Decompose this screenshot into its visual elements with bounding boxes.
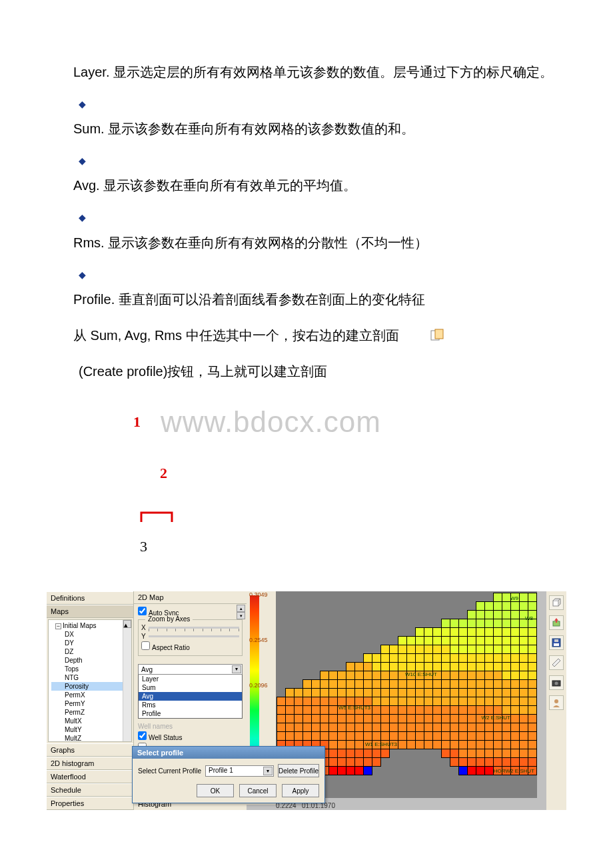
svg-rect-1: [435, 329, 443, 339]
svg-rect-5: [554, 643, 559, 646]
paragraph-create-1: 从 Sum, Avg, Rms 中任选其中一个，按右边的建立剖面: [47, 323, 566, 347]
paragraph-rms: Rms. 显示该参数在垂向所有有效网格的分散性（不均一性）: [47, 231, 566, 255]
tree-item[interactable]: DX: [51, 630, 131, 639]
ok-button[interactable]: OK: [197, 784, 234, 797]
zoom-by-axes-group: Zoom by Axes X Y Aspect Ratio: [138, 619, 243, 656]
chevron-down-icon[interactable]: ▾: [263, 767, 273, 775]
sidebar-section-2d-histogram[interactable]: 2D histogram: [47, 757, 133, 770]
tree-parent-label: Initial Maps: [63, 622, 97, 629]
export-icon[interactable]: [549, 615, 564, 630]
zoom-x-slider[interactable]: [149, 627, 239, 629]
map-tree[interactable]: −Initial Maps DXDYDZDepthTopsNTGPorosity…: [48, 619, 132, 742]
document-body: Layer. 显示选定层的所有有效网格单元该参数的数值。层号通过下方的标尺确定。…: [0, 0, 613, 591]
scroll-up-icon[interactable]: ▴: [123, 620, 131, 628]
profile-dropdown[interactable]: Profile 1 ▾: [205, 765, 274, 777]
tree-item[interactable]: PermX: [51, 691, 131, 699]
tree-item[interactable]: PermZ: [51, 708, 131, 717]
legend-value-max: 0.3049: [249, 591, 268, 598]
tree-item[interactable]: MultX: [51, 717, 131, 725]
red-bracket-icon: [140, 507, 566, 531]
tree-item[interactable]: DY: [51, 639, 131, 647]
sidebar-section-definitions[interactable]: Definitions: [47, 591, 133, 605]
zoom-y-slider[interactable]: [149, 635, 239, 637]
watermark-row: 1 www.bdocx.com: [47, 395, 566, 448]
dropdown-item[interactable]: Rms: [139, 701, 242, 709]
tree-item[interactable]: MultZ: [51, 734, 131, 742]
well-label: W8: [525, 615, 533, 621]
bullet-icon: ◆: [79, 96, 566, 113]
step-number-2: 2: [160, 460, 566, 487]
sidebar-section-schedule[interactable]: Schedule: [47, 783, 133, 797]
chevron-up-icon[interactable]: ▴: [237, 605, 245, 612]
paragraph-avg: Avg. 显示该参数在垂向所有有效单元的平均值。: [47, 173, 566, 197]
paragraph-sum: Sum. 显示该参数在垂向所有有效网格的该参数数值的和。: [47, 117, 566, 141]
sidebar-section-waterflood[interactable]: Waterflood: [47, 770, 133, 783]
bullet-icon: ◆: [79, 267, 566, 283]
well-label: W2 E:SHUT: [481, 715, 510, 721]
tree-item[interactable]: NTG: [51, 673, 131, 682]
dropdown-value: Avg: [141, 666, 153, 673]
well-label: W1 E:SHUT3: [365, 741, 397, 747]
checkbox-aspect-ratio[interactable]: Aspect Ratio: [141, 644, 190, 651]
left-sidebar: Definitions Maps −Initial Maps DXDYDZDep…: [47, 591, 133, 810]
dropdown-item[interactable]: Layer: [139, 675, 242, 683]
zoom-y-label: Y: [141, 633, 146, 640]
apply-button[interactable]: Apply: [282, 784, 319, 797]
select-profile-dialog: Select profile Select Current Profile Pr…: [132, 746, 325, 803]
paragraph-profile: Profile. 垂直剖面可以沿着剖面线看参数在剖面上的变化特征: [47, 287, 566, 311]
camera-icon[interactable]: [549, 675, 564, 690]
ruler-icon[interactable]: [549, 655, 564, 670]
tree-item[interactable]: Tops: [51, 665, 131, 673]
sidebar-section-properties[interactable]: Properties: [47, 797, 133, 810]
aspect-label: Aspect Ratio: [152, 644, 190, 651]
layer-mode-dropdown[interactable]: Avg ▾: [138, 664, 243, 675]
cancel-button[interactable]: Cancel: [239, 784, 277, 797]
well-label: W9: [510, 595, 518, 601]
cube-icon[interactable]: [549, 595, 564, 610]
tree-item[interactable]: MultY: [51, 725, 131, 734]
dropdown-item[interactable]: Profile: [139, 709, 242, 718]
sidebar-section-graphs[interactable]: Graphs: [47, 743, 133, 757]
paragraph-layer: Layer. 显示选定层的所有有效网格单元该参数的数值。层号通过下方的标尺确定。: [47, 60, 566, 84]
create-text-a: 从 Sum, Avg, Rms 中任选其中一个，按右边的建立剖面: [73, 328, 399, 343]
dropdown-item[interactable]: Avg: [139, 692, 242, 701]
profile-value: Profile 1: [209, 767, 233, 774]
delete-profile-button[interactable]: Delete Profile: [278, 764, 319, 777]
paragraph-create-2: (Create profile)按钮，马上就可以建立剖面: [47, 359, 566, 383]
svg-point-9: [554, 699, 558, 703]
tree-item[interactable]: DZ: [51, 647, 131, 656]
tree-scrollbar[interactable]: ▴: [123, 620, 131, 741]
bullet-icon: ◆: [79, 209, 566, 226]
legend-value-2: 0.2096: [249, 682, 268, 689]
svg-rect-6: [554, 639, 558, 642]
well-status-label: Well Status: [149, 734, 182, 741]
tree-parent-initial-maps[interactable]: −Initial Maps: [51, 621, 131, 630]
svg-point-8: [555, 682, 558, 685]
sync-stepper[interactable]: ▴ ▾: [237, 605, 245, 619]
chevron-down-icon[interactable]: ▾: [232, 665, 241, 673]
watermark-text: www.bdocx.com: [161, 395, 381, 448]
app-screenshot: Definitions Maps −Initial Maps DXDYDZDep…: [47, 591, 566, 810]
save-icon[interactable]: [549, 635, 564, 650]
well-label: HORW2 E:SHUT: [494, 768, 534, 774]
dialog-title: Select profile: [133, 747, 324, 759]
dropdown-list[interactable]: LayerSumAvgRmsProfile: [138, 674, 243, 719]
step-number-1: 1: [133, 409, 141, 435]
zoom-legend: Zoom by Axes: [145, 615, 193, 623]
chevron-down-icon[interactable]: ▾: [237, 612, 245, 619]
tree-item[interactable]: Porosity: [51, 682, 131, 691]
checkbox-well-names-cut: Well names: [138, 721, 243, 731]
user-icon[interactable]: [549, 695, 564, 710]
sidebar-section-maps[interactable]: Maps: [47, 605, 133, 618]
tree-item[interactable]: Depth: [51, 656, 131, 665]
right-toolbar: [546, 591, 566, 810]
tree-item[interactable]: PermY: [51, 699, 131, 708]
checkbox-well-status[interactable]: Well Status: [138, 734, 182, 741]
dropdown-item[interactable]: Sum: [139, 683, 242, 692]
legend-value-1: 0.2545: [249, 637, 268, 643]
panel-header: 2D Map: [134, 591, 247, 604]
zoom-x-label: X: [141, 624, 146, 631]
step-number-3: 3: [140, 533, 566, 560]
bullet-icon: ◆: [79, 153, 566, 169]
dialog-label: Select Current Profile: [138, 767, 201, 775]
